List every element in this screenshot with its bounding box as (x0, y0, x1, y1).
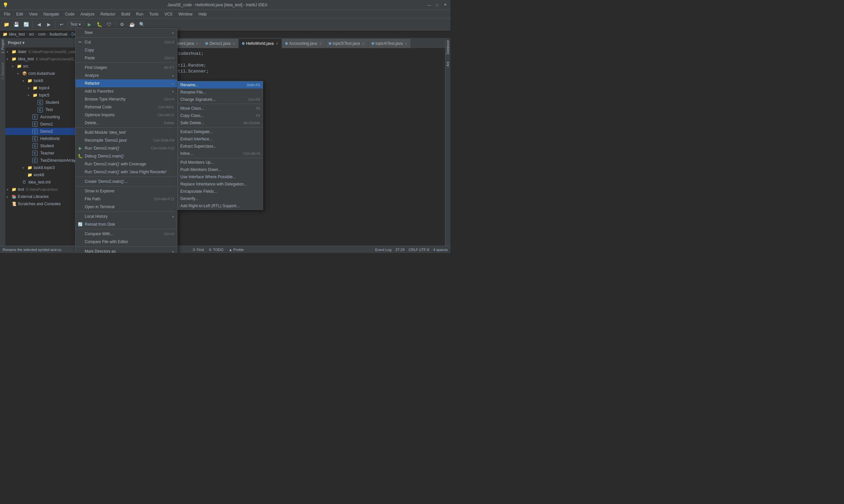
menu-code[interactable]: Code (62, 11, 77, 17)
rsub-rename-file[interactable]: Rename File... (178, 89, 263, 96)
tab-helloworld[interactable]: HelloWorld.java ✕ (239, 39, 282, 48)
rsub-copy-class[interactable]: Copy Class... F5 (178, 112, 263, 119)
ctx-mark-dir[interactable]: Mark Directory as ▸ (75, 247, 177, 253)
menu-run[interactable]: Run (134, 11, 146, 17)
run-config-dropdown[interactable]: Test ▾ (67, 21, 84, 28)
menu-analyze[interactable]: Analyze (78, 11, 97, 17)
rsub-encapsulate[interactable]: Encapsulate Fields... (178, 188, 263, 195)
ctx-open-terminal[interactable]: Open in Terminal (75, 203, 177, 211)
tab-accounting[interactable]: Accounting.java ✕ (282, 39, 325, 48)
menu-navigate[interactable]: Navigate (41, 11, 62, 17)
tab-close-student[interactable]: ✕ (196, 42, 199, 46)
toolbar-back[interactable]: ◀ (35, 20, 43, 29)
ctx-run[interactable]: ▶ Run 'Demo2.main()' Ctrl+Shift+F10 (75, 144, 177, 152)
menu-vcs[interactable]: VCS (162, 11, 175, 17)
rsub-change-sig[interactable]: Change Signature... Ctrl+F6 (178, 96, 263, 103)
ctx-show-explorer[interactable]: Show in Explorer (75, 187, 177, 195)
ctx-run-jfr[interactable]: Run 'Demo2.main()' with 'Java Flight Rec… (75, 168, 177, 176)
menu-build[interactable]: Build (119, 11, 133, 17)
menu-tools[interactable]: Tools (147, 11, 161, 17)
tab-close-test-t5[interactable]: ✕ (362, 42, 365, 46)
ctx-delete[interactable]: Delete... Delete (75, 119, 177, 127)
ctx-local-history[interactable]: Local History ▸ (75, 213, 177, 220)
ctx-add-favorites[interactable]: Add to Favorites ▸ (75, 87, 177, 95)
toolbar-save-all[interactable]: 💾 (12, 20, 20, 29)
status-find[interactable]: 3: Find (192, 248, 204, 252)
tab-close-demo1[interactable]: ✕ (232, 42, 235, 46)
toolbar-debug[interactable]: 🐛 (95, 20, 104, 29)
ctx-analyze[interactable]: Analyze ▸ (75, 71, 177, 79)
ctx-recompile[interactable]: Recompile 'Demo2.java' Ctrl+Shift+F9 (75, 137, 177, 144)
rsub-generify[interactable]: Generify... (178, 195, 263, 202)
toolbar-search[interactable]: 🔍 (137, 20, 146, 29)
menu-refactor[interactable]: Refactor (98, 11, 118, 17)
menu-view[interactable]: View (27, 11, 40, 17)
ctx-reformat[interactable]: Reformat Code Ctrl+Alt+L (75, 103, 177, 111)
breadcrumb-part2[interactable]: src (29, 32, 34, 37)
ctx-compare-with[interactable]: Compare With... Ctrl+D (75, 230, 177, 238)
ctx-run-coverage[interactable]: Run 'Demo2.main()' with Coverage (75, 160, 177, 168)
rsub-move-class[interactable]: Move Class... F6 (178, 105, 263, 112)
tab-test-topic4[interactable]: topic4\Test.java ✕ (368, 39, 411, 48)
database-panel-button[interactable]: Database (445, 38, 450, 56)
ctx-create-main[interactable]: Create 'Demo2.main()'... (75, 178, 177, 185)
tab-test-topic5[interactable]: topic5\Test.java ✕ (325, 39, 368, 48)
tab-icon-test-t5 (329, 42, 331, 45)
breadcrumb-part4[interactable]: liudashuai (49, 32, 67, 37)
menu-edit[interactable]: Edit (14, 11, 26, 17)
left-icon-project[interactable]: 1: Project (1, 39, 5, 53)
breadcrumb-part1[interactable]: idea_test (9, 32, 25, 37)
tab-close-accounting[interactable]: ✕ (319, 42, 322, 46)
toolbar-settings[interactable]: ⚙ (118, 20, 126, 29)
ctx-debug[interactable]: 🐛 Debug 'Demo2.main()' (75, 152, 177, 160)
ctx-compare-editor[interactable]: Compare File with Editor (75, 238, 177, 246)
tab-close-test-t4[interactable]: ✕ (404, 42, 407, 46)
ctx-reload[interactable]: 🔄 Reload from Disk (75, 220, 177, 228)
ctx-new[interactable]: New ▸ (75, 29, 177, 37)
ctx-find-usages[interactable]: Find Usages Alt+F7 (75, 64, 177, 71)
rsub-extract-superclass[interactable]: Extract Superclass... (178, 143, 263, 150)
toolbar-forward[interactable]: ▶ (45, 20, 53, 29)
status-todo[interactable]: 6: TODO (209, 248, 224, 252)
rsub-replace-inheritance[interactable]: Replace Inheritance with Delegation... (178, 181, 263, 188)
ctx-paste[interactable]: Paste Ctrl+V (75, 54, 177, 62)
breadcrumb-part3[interactable]: com (38, 32, 46, 37)
ctx-cut[interactable]: ✂ Cut Ctrl+X (75, 38, 177, 46)
toolbar-coverage[interactable]: 🛡 (105, 20, 114, 29)
menu-file[interactable]: File (1, 11, 13, 17)
rsub-rtl[interactable]: Add Right-to-Left (RTL) Support... (178, 202, 263, 210)
rsub-use-interface[interactable]: Use Interface Where Possible... (178, 173, 263, 181)
ctx-mark-dir-arrow: ▸ (172, 249, 174, 253)
toolbar-sdk[interactable]: ☕ (127, 20, 136, 29)
menu-window[interactable]: Window (176, 11, 195, 17)
toolbar-run[interactable]: ▶ (85, 20, 93, 29)
ctx-file-path[interactable]: File Path Ctrl+Alt+F12 (75, 195, 177, 203)
rsub-safe-delete[interactable]: Safe Delete... Alt+Delete (178, 119, 263, 126)
rsub-inline[interactable]: Inline... Ctrl+Alt+N (178, 150, 263, 157)
toolbar-open[interactable]: 📁 (2, 20, 11, 29)
rsub-extract-delegate[interactable]: Extract Delegate... (178, 128, 263, 136)
ctx-copy[interactable]: Copy (75, 46, 177, 54)
rsub-pull-up[interactable]: Pull Members Up... (178, 159, 263, 166)
toolbar-sync[interactable]: 🔄 (22, 20, 30, 29)
maximize-button[interactable]: □ (434, 2, 440, 7)
tab-close-helloworld[interactable]: ✕ (276, 42, 278, 46)
rsub-rename[interactable]: Rename... Shift+F6 (178, 82, 263, 89)
ctx-build-module[interactable]: Build Module 'idea_test' (75, 128, 177, 137)
tab-demo1[interactable]: Demo1.java ✕ (202, 39, 239, 48)
toolbar-undo[interactable]: ↩ (57, 20, 66, 29)
ctx-optimize-imports[interactable]: Optimize Imports Ctrl+Alt+O (75, 111, 177, 119)
status-problem[interactable]: ▲ Proble (229, 248, 244, 252)
rsub-extract-interface[interactable]: Extract Interface... (178, 136, 263, 143)
ctx-mark-dir-label: Mark Directory as (85, 249, 172, 253)
ctx-refactor[interactable]: Refactor ▸ (75, 79, 177, 87)
ant-panel-button[interactable]: Ant (445, 60, 450, 69)
left-icon-structure[interactable]: 2: Structure (1, 62, 5, 80)
breadcrumb-project[interactable]: 📁 (3, 32, 7, 37)
rsub-push-down[interactable]: Push Members Down... (178, 166, 263, 173)
close-button[interactable]: ✕ (443, 2, 448, 7)
ctx-browse-hierarchy[interactable]: Browse Type Hierarchy Ctrl+H (75, 95, 177, 103)
menu-help[interactable]: Help (196, 11, 209, 17)
minimize-button[interactable]: — (427, 2, 432, 7)
status-event-log[interactable]: Event Log (375, 248, 392, 252)
